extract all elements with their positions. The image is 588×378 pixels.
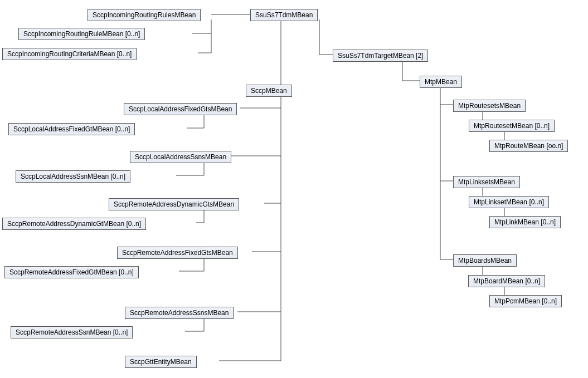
node-mtp: MtpMBean — [420, 76, 462, 88]
node-mtp-routeset: MtpRoutesetMBean [0..n] — [469, 120, 555, 132]
node-mtp-board: MtpBoardMBean [0..n] — [468, 275, 545, 287]
node-sccp-local-fixed-gts: SccpLocalAddressFixedGtsMBean — [124, 103, 237, 115]
node-tdm-target: SsuSs7TdmTargetMBean [2] — [333, 50, 428, 62]
node-mtp-linkset: MtpLinksetMBean [0..n] — [469, 196, 549, 208]
node-sccp-rem-dyn-gts: SccpRemoteAddressDynamicGtsMBean — [109, 198, 239, 210]
node-mtp-boards: MtpBoardsMBean — [453, 254, 517, 267]
node-sccp-local-ssn: SccpLocalAddressSsnMBean [0..n] — [16, 170, 130, 183]
node-mtp-route: MtpRouteMBean [oo.n] — [489, 140, 568, 152]
node-mtp-link: MtpLinkMBean [0..n] — [489, 216, 561, 228]
node-sccp-rem-fix-gts: SccpRemoteAddressFixedGtsMBean — [117, 247, 238, 259]
node-sccp-rem-ssns: SccpRemoteAddressSsnsMBean — [125, 307, 234, 319]
node-sccp-rem-fix-gt: SccpRemoteAddressFixedGtMBean [0..n] — [4, 266, 139, 278]
node-sccp-rem-dyn-gt: SccpRemoteAddressDynamicGtMBean [0..n] — [2, 218, 146, 230]
node-sccp-rem-ssn: SccpRemoteAddressSsnMBean [0..n] — [11, 326, 133, 338]
node-mtp-linksets: MtpLinksetsMBean — [453, 176, 520, 188]
node-sccp: SccpMBean — [246, 85, 292, 97]
node-sccp-local-ssns: SccpLocalAddressSsnsMBean — [130, 151, 231, 163]
node-sccp-incoming-rule: SccpIncomingRoutingRuleMBean [0..n] — [18, 28, 145, 40]
node-sccp-incoming-criteria: SccpIncomingRoutingCriteriaMBean [0..n] — [2, 48, 137, 60]
node-mtp-pcm: MtpPcmMBean [0..n] — [489, 295, 562, 307]
node-sccp-gtt: SccpGttEntityMBean — [125, 356, 197, 368]
node-sccp-incoming-rules: SccpIncomingRoutingRulesMBean — [88, 9, 201, 21]
node-sccp-local-fixed-gt: SccpLocalAddressFixedGtMBean [0..n] — [8, 123, 135, 135]
node-mtp-routesets: MtpRoutesetsMBean — [453, 100, 526, 112]
node-root: SsuSs7TdmMBean — [250, 9, 318, 21]
